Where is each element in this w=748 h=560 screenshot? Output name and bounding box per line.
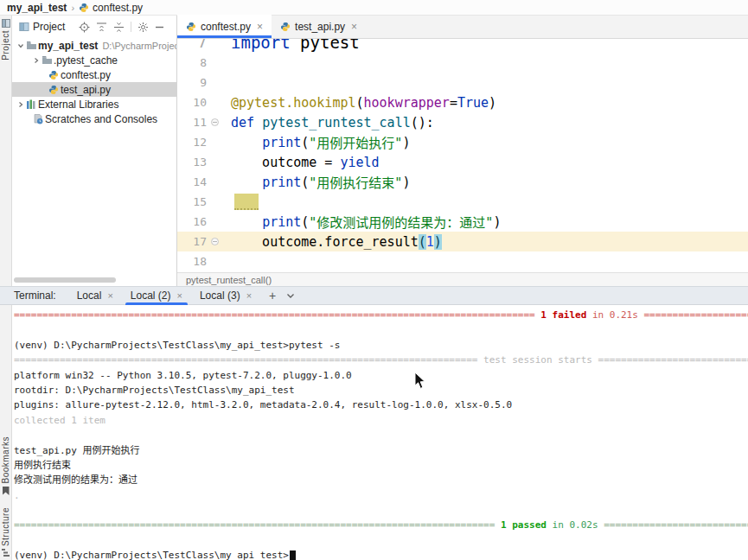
code-text: outcome = yield [222,155,380,170]
tab-test-api[interactable]: test_api.py × [272,15,366,38]
folder-icon [24,41,38,50]
chevron-down-icon[interactable] [17,42,24,49]
close-tab-icon[interactable]: × [351,21,357,33]
line-number: 8 [177,56,207,69]
line-number: 10 [177,96,207,109]
code-text: import pytest [222,39,360,52]
line-number: 15 [177,195,207,208]
fold-marker-icon[interactable] [207,238,222,245]
bookmark-icon [3,487,10,495]
close-tab-icon[interactable]: × [246,290,252,301]
terminal-line: ========================================… [14,518,748,532]
terminal-line: . [14,488,748,503]
close-tab-icon[interactable]: × [257,21,263,33]
gear-icon[interactable] [137,22,149,33]
python-file-icon [280,22,291,32]
code-line: 16 print("修改测试用例的结果为：通过") [177,212,748,232]
terminal-output[interactable]: ========================================… [0,305,748,560]
scratches-icon [31,114,45,124]
breadcrumb-project[interactable]: my_api_test [7,2,67,14]
code-line: 11def pytest_runtest_call(): [177,112,748,132]
python-file-icon [186,22,196,32]
terminal-line: test_api.py 用例开始执行 [14,443,748,458]
tree-item-pytest-cache[interactable]: .pytest_cache [12,53,176,67]
project-panel-icon [19,22,29,32]
close-tab-icon[interactable]: × [177,290,182,301]
line-number: 11 [177,116,207,129]
terminal-tab-bar: Terminal: Local × Local (2) × Local (3) … [0,286,748,305]
tree-item-my-api-test[interactable]: my_api_test D:\PycharmProjec [12,38,176,53]
horizontal-scrollbar-thumb[interactable] [14,277,116,283]
expand-all-icon[interactable] [96,22,107,33]
project-tool-window: Project my_api_test D:\PycharmProjec .py [12,16,177,286]
close-tab-icon[interactable]: × [107,290,112,301]
tree-item-scratches[interactable]: Scratches and Consoles [12,111,176,126]
project-tree: my_api_test D:\PycharmProjec .pytest_cac… [12,38,176,126]
line-number: 12 [177,136,207,149]
line-number: 13 [177,156,207,169]
tree-item-conftest[interactable]: conftest.py [12,67,176,82]
collapse-all-icon[interactable] [113,22,125,33]
chevron-right-icon[interactable] [33,57,40,64]
line-number: 14 [177,175,207,188]
terminal-tab-local[interactable]: Local × [68,286,122,305]
breadcrumb-separator-icon: › [71,3,74,13]
project-path: D:\PycharmProjec [102,41,176,51]
code-text: print("用例开始执行") [222,133,410,151]
tool-strip-bookmarks-label: Bookmarks [1,436,10,484]
project-panel-header: Project [12,16,176,38]
folder-icon [40,55,54,65]
code-line: 9 [177,73,748,92]
breadcrumb-file[interactable]: conftest.py [79,2,143,14]
fold-marker-icon[interactable] [207,118,222,126]
terminal-line: rootdir: D:\PycharmProjects\TestClass\my… [14,383,748,398]
locate-file-icon[interactable] [79,22,90,33]
terminal-line: plugins: allure-pytest-2.12.0, html-3.2.… [14,398,748,412]
line-number: 9 [177,76,207,89]
tab-conftest[interactable]: conftest.py × [177,15,272,38]
chevron-right-icon[interactable] [17,101,24,108]
code-text: print("用例执行结束") [222,173,410,191]
terminal-line: ========================================… [14,308,748,322]
python-file-icon [47,85,61,95]
terminal-line: (venv) D:\PycharmProjects\TestClass\my_a… [14,548,748,560]
tree-item-test-api[interactable]: test_api.py [12,82,176,97]
terminal-tab-local-2[interactable]: Local (2) × [122,286,191,305]
code-line: 12 print("用例开始执行") [177,132,748,152]
terminal-line: 修改测试用例的结果为：通过 [14,473,748,487]
project-panel-title: Project [33,21,65,33]
tool-strip-bookmarks[interactable]: Bookmarks [1,436,10,495]
code-line: 13 outcome = yield [177,152,748,172]
code-line: 8 [177,53,748,73]
terminal-line: platform win32 -- Python 3.10.5, pytest-… [14,368,748,383]
new-terminal-icon[interactable]: + [269,289,276,302]
terminal-tab-local-3[interactable]: Local (3) × [191,286,260,305]
code-editor[interactable]: 7import pytest8910@pytest.hookimpl(hookw… [177,39,748,272]
mouse-cursor-icon [414,372,426,390]
toolbar-separator [131,22,131,32]
highlight-block [234,194,259,210]
tool-strip-structure-label: Structure [1,507,10,546]
tool-strip-project[interactable]: Project [1,19,10,60]
terminal-line: 用例执行结束 [14,458,748,473]
editor-breadcrumb[interactable]: pytest_runtest_call() [177,272,748,286]
tool-strip-structure[interactable]: Structure [1,507,10,557]
code-line: 14 print("用例执行结束") [177,172,748,192]
structure-icon [2,549,10,557]
code-text: print("修改测试用例的结果为：通过") [222,213,501,231]
code-text: def pytest_runtest_call(): [222,115,434,130]
python-file-icon [47,70,61,80]
code-text: outcome.force_result(1) [222,234,442,250]
tree-item-external-libraries[interactable]: External Libraries [12,97,176,111]
hide-panel-icon[interactable] [155,22,164,32]
terminal-caret [290,550,296,560]
terminal-label: Terminal: [14,290,56,302]
terminal-line [14,322,748,337]
terminal-line [14,428,748,442]
code-line: 15 [177,192,748,212]
line-number: 7 [177,39,207,51]
terminal-line [14,503,748,518]
terminal-line: collected 1 item [14,413,748,428]
chevron-down-icon[interactable] [286,293,295,299]
python-file-icon [79,3,89,13]
